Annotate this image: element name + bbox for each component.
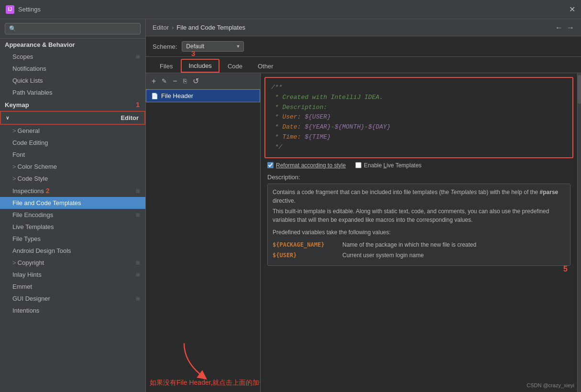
sidebar-item-gui-designer[interactable]: GUI Designer ⊞ <box>0 293 145 305</box>
pin-icon-encodings: ⊞ <box>136 212 140 218</box>
breadcrumb-separator: › <box>172 24 174 31</box>
content-area: + ✎ − ⎘ ↺ 📄 File Header <box>146 73 581 392</box>
pin-icon-scopes: ⊞ <box>136 54 140 59</box>
scheme-row: Scheme: Default Project <box>146 36 581 57</box>
bottom-section: Reformat according to style Enable Live … <box>261 158 577 392</box>
pin-icon-inlay: ⊞ <box>136 272 140 277</box>
sidebar-item-notifications[interactable]: Notifications <box>0 63 145 75</box>
app-icon: IJ <box>6 5 14 14</box>
live-templates-checkbox-label[interactable]: Enable Live Templates <box>355 162 422 169</box>
top-bar: Editor › File and Code Templates ← → <box>146 19 581 36</box>
sidebar-item-code-editing[interactable]: Code Editing <box>0 137 145 149</box>
breadcrumb-current: File and Code Templates <box>176 24 245 31</box>
reformat-checkbox[interactable] <box>267 162 274 168</box>
tab-files[interactable]: Files <box>153 60 180 72</box>
forward-arrow[interactable]: → <box>567 23 574 32</box>
var-desc-user: Current user system login name <box>342 251 424 260</box>
file-item-label: File Header <box>161 92 193 99</box>
annotation-area: 如果没有File Header,就点击上面的加号添加一个就可以 <box>146 372 260 392</box>
tab-includes[interactable]: Includes <box>181 59 219 73</box>
reset-button[interactable]: ↺ <box>191 76 201 87</box>
description-label: Description: <box>267 174 570 181</box>
editor-chevron: ∨ <box>6 115 9 120</box>
close-button[interactable]: ✕ <box>569 5 575 14</box>
add-button[interactable]: + <box>150 76 158 87</box>
sidebar-item-copyright[interactable]: >Copyright ⊞ <box>0 257 145 269</box>
var-desc-package: Name of the package in which the new fil… <box>342 240 476 249</box>
sidebar-item-inspections[interactable]: Inspections 2 ⊞ <box>0 185 145 197</box>
description-box: Contains a code fragment that can be inc… <box>267 184 570 266</box>
reformat-checkbox-label[interactable]: Reformat according to style <box>267 162 346 169</box>
pin-icon-inspections: ⊞ <box>136 188 140 194</box>
sidebar-item-live-templates[interactable]: Live Templates <box>0 221 145 233</box>
main-layout: Appearance & Behavior Scopes ⊞ Notificat… <box>0 19 581 392</box>
file-icon: 📄 <box>151 93 158 99</box>
sidebar-item-file-code-templates[interactable]: File and Code Templates <box>0 197 145 209</box>
right-panel: Editor › File and Code Templates ← → Sch… <box>146 19 581 392</box>
tab-code[interactable]: Code <box>220 60 250 72</box>
watermark: CSDN @crazy_xieyi <box>526 382 574 388</box>
nav-arrows: ← → <box>555 23 574 32</box>
breadcrumb: Editor › File and Code Templates <box>153 24 245 31</box>
pin-icon-gui: ⊞ <box>136 296 140 301</box>
breadcrumb-editor: Editor <box>153 24 169 31</box>
scheme-label: Scheme: <box>153 43 177 50</box>
annotation-2: 2 <box>46 187 50 195</box>
file-list: 📄 File Header <box>146 89 260 372</box>
annotation-5: 5 <box>563 265 568 273</box>
search-input[interactable] <box>5 23 141 34</box>
sidebar-item-file-types[interactable]: File Types <box>0 233 145 245</box>
edit-button[interactable]: ✎ <box>160 76 169 86</box>
file-item-header[interactable]: 📄 File Header <box>146 89 260 102</box>
annotation-1: 1 <box>136 101 140 109</box>
sidebar-item-scopes[interactable]: Scopes ⊞ <box>0 51 145 63</box>
sidebar-item-font[interactable]: Font <box>0 149 145 161</box>
sidebar: Appearance & Behavior Scopes ⊞ Notificat… <box>0 19 146 392</box>
sidebar-item-color-scheme[interactable]: >Color Scheme <box>0 161 145 173</box>
sidebar-item-emmet[interactable]: Emmet <box>0 281 145 293</box>
sidebar-item-quick-lists[interactable]: Quick Lists <box>0 75 145 87</box>
var-name-user: ${USER} <box>273 251 335 260</box>
live-templates-checkbox[interactable] <box>355 162 362 168</box>
scrollbar-track[interactable] <box>577 73 581 392</box>
back-arrow[interactable]: ← <box>555 23 563 32</box>
pin-icon-copyright: ⊞ <box>136 260 140 265</box>
file-list-toolbar: + ✎ − ⎘ ↺ <box>146 73 260 89</box>
sidebar-item-editor[interactable]: ∨ Editor <box>0 111 145 125</box>
annotation-arrow-svg <box>175 343 232 381</box>
sidebar-item-appearance[interactable]: Appearance & Behavior <box>0 39 145 51</box>
var-name-package: ${PACKAGE_NAME} <box>273 240 335 249</box>
copy-button[interactable]: ⎘ <box>181 76 189 86</box>
title-bar: IJ Settings ✕ <box>0 0 581 19</box>
tabs-row: 3 Files Includes Code Other <box>146 57 581 73</box>
code-editor-wrapper: /** * Created with IntelliJ IDEA. * Desc… <box>261 73 577 158</box>
tab-other[interactable]: Other <box>251 60 281 72</box>
remove-button[interactable]: − <box>171 76 179 87</box>
sidebar-item-inlay-hints[interactable]: Inlay Hints ⊞ <box>0 269 145 281</box>
variable-table: ${PACKAGE_NAME} Name of the package in w… <box>273 240 565 260</box>
sidebar-item-android-design-tools[interactable]: Android Design Tools <box>0 245 145 257</box>
sidebar-item-intentions[interactable]: Intentions <box>0 305 145 316</box>
sidebar-item-keymap[interactable]: Keymap 1 <box>0 98 145 111</box>
scrollbar-thumb[interactable] <box>578 75 581 104</box>
file-list-panel: + ✎ − ⎘ ↺ 📄 File Header <box>146 73 261 392</box>
search-box <box>0 19 145 39</box>
var-row-package: ${PACKAGE_NAME} Name of the package in w… <box>273 240 565 249</box>
var-row-user: ${USER} Current user system login name <box>273 251 565 260</box>
window-title: Settings <box>18 6 41 13</box>
sidebar-item-code-style[interactable]: >Code Style <box>0 173 145 185</box>
sidebar-item-general[interactable]: >General <box>0 125 145 137</box>
checkbox-row: Reformat according to style Enable Live … <box>267 162 570 169</box>
code-and-desc-panel: 5 /** * Created with IntelliJ IDEA. * De… <box>261 73 577 392</box>
sidebar-item-file-encodings[interactable]: File Encodings ⊞ <box>0 209 145 221</box>
sidebar-item-path-variables[interactable]: Path Variables <box>0 87 145 98</box>
annotation-3: 3 <box>191 49 195 57</box>
code-editor[interactable]: /** * Created with IntelliJ IDEA. * Desc… <box>264 77 573 158</box>
